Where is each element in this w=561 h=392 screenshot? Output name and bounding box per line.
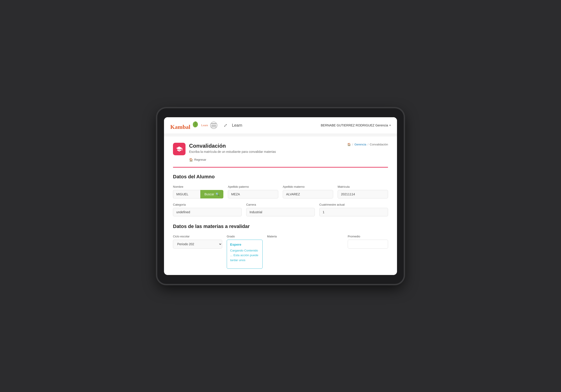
apellido-materno-input[interactable] <box>283 190 333 198</box>
cuatrimestre-label: Cuatrimestre actual <box>319 203 388 206</box>
breadcrumb-home-icon: 🏠 <box>347 143 351 146</box>
carrera-group: Carrera <box>246 203 315 216</box>
materia-group: Materia <box>267 235 343 240</box>
materias-row: Ciclo escolar Periodo 202 Grado Espere C… <box>173 235 388 269</box>
grado-group: Grado Espere Cargando Contenido ... Esta… <box>227 235 263 269</box>
user-menu-button[interactable]: BERNABE GUTIERREZ RODRIGUEZ Gerencia ▾ <box>321 124 391 127</box>
app-header: Kambal Learn <box>164 117 397 134</box>
page-title-left: Convalidación Escriba la matrícula de un… <box>173 143 276 155</box>
apellido-paterno-input[interactable] <box>228 190 278 198</box>
page-title-text: Convalidación Escriba la matrícula de un… <box>189 143 276 154</box>
app-window: Kambal Learn <box>164 117 397 275</box>
app-name-label: Learn <box>232 123 242 128</box>
buscar-label: Buscar <box>204 192 214 196</box>
categoria-input[interactable] <box>173 208 242 216</box>
breadcrumb-sep-1: / <box>352 143 353 146</box>
apellido-materno-group: Apellido materno <box>283 185 333 198</box>
categoria-label: Categoría <box>173 203 242 206</box>
search-icon: 🔍 <box>216 192 219 196</box>
logo-area: Kambal Learn <box>170 120 217 130</box>
expand-button[interactable]: ⤢ <box>224 123 227 128</box>
grado-loading-text: Cargando Contenido ... Esta acción puede… <box>230 248 259 263</box>
nombre-input[interactable] <box>173 190 200 198</box>
promedio-label: Promedio <box>348 235 388 238</box>
breadcrumb-current: Convalidación <box>370 143 388 146</box>
alumno-section: Datos del Alumno Nombre Buscar 🔍 <box>173 174 388 216</box>
back-label: Regresar <box>194 158 206 161</box>
alumno-row-1: Nombre Buscar 🔍 Apellido paterno <box>173 185 388 198</box>
carrera-input[interactable] <box>246 208 315 216</box>
hamburger-button[interactable] <box>210 122 217 129</box>
matricula-input[interactable] <box>338 190 388 198</box>
materias-section-title: Datos de las materias a revalidar <box>173 224 388 229</box>
buscar-button[interactable]: Buscar 🔍 <box>200 190 223 198</box>
grado-label: Grado <box>227 235 263 238</box>
ciclo-group: Ciclo escolar Periodo 202 <box>173 235 222 248</box>
nombre-input-group: Buscar 🔍 <box>173 190 223 198</box>
categoria-group: Categoría <box>173 203 242 216</box>
apellido-paterno-group: Apellido paterno <box>228 185 278 198</box>
chevron-down-icon: ▾ <box>389 124 391 127</box>
promedio-input[interactable] <box>348 240 388 248</box>
carrera-label: Carrera <box>246 203 315 206</box>
back-icon: 🏠 <box>189 158 193 162</box>
alumno-section-title: Datos del Alumno <box>173 174 388 180</box>
graduation-cap-icon <box>176 146 183 152</box>
logo-text: Kambal <box>170 120 200 130</box>
back-button[interactable]: 🏠 Regresar <box>189 158 206 162</box>
user-name-label: BERNABE GUTIERREZ RODRIGUEZ Gerencia <box>321 124 388 127</box>
cuatrimestre-group: Cuatrimestre actual <box>319 203 388 216</box>
ciclo-label: Ciclo escolar <box>173 235 222 238</box>
breadcrumb-gerencia[interactable]: Gerencia <box>355 143 366 146</box>
logo-leaf-icon <box>191 120 200 129</box>
red-divider <box>173 167 388 168</box>
sub-header-bar <box>164 134 397 136</box>
page-subtitle: Escriba la matrícula de un estudiante pa… <box>189 150 276 154</box>
apellido-materno-label: Apellido materno <box>283 185 333 188</box>
alumno-row-2: Categoría Carrera Cuatrimestre actual <box>173 203 388 216</box>
promedio-group: Promedio <box>348 235 388 248</box>
grado-loading-title: Espere <box>230 243 259 246</box>
matricula-label: Matrícula <box>338 185 388 188</box>
breadcrumb-sep-2: / <box>368 143 368 146</box>
materia-label: Materia <box>267 235 343 238</box>
page-icon <box>173 143 185 155</box>
nombre-group: Nombre Buscar 🔍 <box>173 185 223 198</box>
page-title-area: Convalidación Escriba la matrícula de un… <box>173 143 388 155</box>
nombre-label: Nombre <box>173 185 223 188</box>
page-content: Convalidación Escriba la matrícula de un… <box>164 136 397 275</box>
matricula-group: Matrícula <box>338 185 388 198</box>
cuatrimestre-input[interactable] <box>319 208 388 216</box>
materias-section: Datos de las materias a revalidar Ciclo … <box>173 224 388 269</box>
breadcrumb: 🏠 / Gerencia / Convalidación <box>347 143 388 146</box>
page-title: Convalidación <box>189 143 276 149</box>
device-frame: Kambal Learn <box>157 108 404 284</box>
ciclo-select[interactable]: Periodo 202 <box>173 240 222 248</box>
grado-loading-box: Espere Cargando Contenido ... Esta acció… <box>227 240 263 269</box>
apellido-paterno-label: Apellido paterno <box>228 185 278 188</box>
